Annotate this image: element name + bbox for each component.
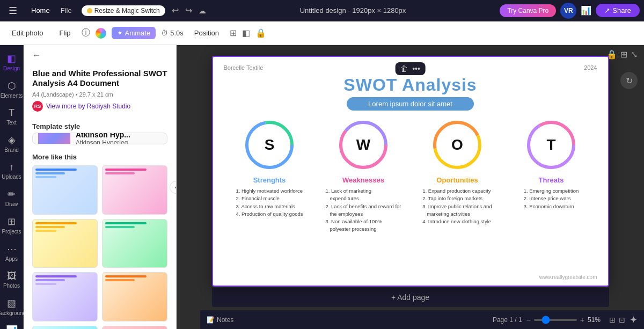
template-thumb-7[interactable] bbox=[32, 326, 98, 330]
add-page-button[interactable]: + Add page bbox=[212, 288, 609, 307]
template-thumb-2[interactable] bbox=[102, 165, 167, 215]
template-thumb-4[interactable] bbox=[102, 219, 167, 268]
zoom-controls: − + 51% bbox=[526, 316, 605, 324]
share-button[interactable]: ↗ Share bbox=[596, 4, 640, 17]
swot-o-circle[interactable]: O bbox=[430, 118, 484, 172]
design-canvas[interactable]: 🗑 ••• Borcelle Textile 2024 SWOT Analysi… bbox=[212, 56, 609, 287]
swot-o-letter: O bbox=[451, 136, 463, 153]
sidebar-item-brand[interactable]: ◈ Brand bbox=[1, 131, 23, 156]
zoom-in-button[interactable]: + bbox=[580, 316, 584, 324]
grid-view-icon[interactable]: ⊞ bbox=[609, 316, 616, 324]
swot-s-letter: S bbox=[265, 136, 275, 153]
notes-button[interactable]: 📝 Notes bbox=[207, 316, 233, 324]
left-panel: ◧ Design ⬡ Elements T Text ◈ Brand ↑ Upl… bbox=[0, 45, 24, 329]
info-icon[interactable]: ⓘ bbox=[82, 27, 90, 39]
undo-button[interactable]: ↩ bbox=[170, 4, 181, 17]
animate-button[interactable]: ✦ Animate bbox=[112, 27, 156, 39]
document-title: Untitled design - 1920px × 1280px bbox=[210, 6, 496, 14]
photos-label: Photos bbox=[3, 283, 20, 289]
trash-icon[interactable]: 🗑 bbox=[400, 64, 408, 73]
avatar[interactable]: VR bbox=[560, 3, 576, 19]
clock-icon: ⏱ bbox=[161, 29, 168, 37]
undo-redo-controls: ↩ ↪ bbox=[170, 4, 194, 17]
try-canva-pro-button[interactable]: Try Canva Pro bbox=[500, 4, 556, 17]
swot-t-list: 1. Emerging competition 2. Intense price… bbox=[519, 187, 583, 210]
template-title: Blue and White Professional SWOT Analysi… bbox=[32, 69, 167, 88]
page-indicator: Page 1 / 1 bbox=[493, 316, 522, 324]
background-icon: ▧ bbox=[7, 297, 16, 309]
sidebar-item-charts[interactable]: 📊 Charts bbox=[1, 321, 23, 329]
swot-s-list: 1. Highly motivated workforce 2. Financi… bbox=[231, 187, 307, 218]
duration-value: 5.0s bbox=[170, 29, 184, 37]
font-swatch bbox=[38, 133, 70, 144]
bottom-bar: 📝 Notes Page 1 / 1 − + 51% ⊞ ⊡ ✦ bbox=[200, 310, 644, 329]
template-size: A4 (Landscape) • 29.7 x 21 cm bbox=[32, 91, 167, 98]
canvas-main-title[interactable]: SWOT Analysis bbox=[213, 75, 608, 95]
template-thumb-3[interactable] bbox=[32, 219, 98, 268]
author-link[interactable]: View more by Radiyah Studio bbox=[46, 103, 130, 110]
swot-t-letter: T bbox=[546, 136, 555, 153]
more-options-icon[interactable]: ••• bbox=[412, 64, 420, 73]
view-mode-icons: ⊞ ⊡ bbox=[609, 316, 625, 324]
swot-t-circle[interactable]: T bbox=[524, 118, 578, 172]
photos-icon: 🖼 bbox=[7, 270, 17, 282]
home-menu-item[interactable]: Home bbox=[26, 4, 55, 17]
sidebar-item-photos[interactable]: 🖼 Photos bbox=[1, 267, 23, 292]
sidebar-item-projects[interactable]: ⊞ Projects bbox=[1, 213, 23, 238]
duration-control[interactable]: ⏱ 5.0s bbox=[161, 29, 184, 37]
sidebar-item-background[interactable]: ▧ Background bbox=[1, 294, 23, 319]
resize-magic-button[interactable]: Resize & Magic Switch bbox=[82, 5, 165, 16]
redo-button[interactable]: ↪ bbox=[183, 4, 194, 17]
flip-button[interactable]: Flip bbox=[54, 27, 76, 39]
animate-sparkle-icon: ✦ bbox=[117, 29, 123, 37]
expand-canvas-icon[interactable]: ⤡ bbox=[631, 49, 638, 60]
swot-s-category: Strenghts bbox=[253, 176, 286, 184]
zoom-out-button[interactable]: − bbox=[526, 316, 531, 324]
canvas-year: 2024 bbox=[584, 64, 597, 71]
charts-icon: 📊 bbox=[6, 325, 18, 329]
zoom-slider[interactable] bbox=[534, 319, 577, 321]
canvas-subtitle[interactable]: Lorem ipsum dolor sit amet bbox=[347, 97, 474, 111]
graph-icon[interactable]: 📊 bbox=[581, 5, 591, 16]
share-icon: ↗ bbox=[604, 6, 610, 14]
sidebar-item-uploads[interactable]: ↑ Uploads bbox=[1, 158, 23, 183]
swot-w-circle[interactable]: W bbox=[336, 118, 390, 172]
elements-label: Elements bbox=[1, 93, 23, 99]
sidebar-item-apps[interactable]: ⋯ Apps bbox=[1, 240, 23, 265]
secondary-toolbar: Edit photo Flip ⓘ ✦ Animate ⏱ 5.0s Posit… bbox=[0, 21, 644, 45]
swot-s-circle[interactable]: S bbox=[243, 118, 296, 172]
grid-canvas-icon[interactable]: ⊞ bbox=[620, 49, 627, 60]
template-preview[interactable]: Atkinson Hyp... Atkinson Hyperleg... bbox=[32, 133, 167, 144]
canvas-footer: www.reallygreatsite.com bbox=[529, 274, 608, 280]
swot-o-category: Oportunities bbox=[436, 176, 478, 184]
template-style-label: Template style bbox=[24, 118, 176, 133]
sidebar-item-elements[interactable]: ⬡ Elements bbox=[1, 77, 23, 102]
sidebar-item-design[interactable]: ◧ Design bbox=[1, 49, 23, 75]
crop-grid-icon[interactable]: ⊞ bbox=[230, 28, 237, 38]
back-button[interactable]: ← bbox=[32, 50, 41, 60]
template-thumb-1[interactable] bbox=[32, 165, 98, 215]
edit-photo-button[interactable]: Edit photo bbox=[6, 27, 49, 39]
color-picker-button[interactable] bbox=[96, 28, 106, 39]
canvas-title-section: SWOT Analysis Lorem ipsum dolor sit amet bbox=[213, 71, 608, 113]
position-button[interactable]: Position bbox=[189, 27, 224, 39]
swot-weaknesses: W Weaknesses 1. Lack of marketing expend… bbox=[317, 118, 411, 233]
sidebar-item-draw[interactable]: ✏ Draw bbox=[1, 185, 23, 210]
zoom-percentage: 51% bbox=[588, 316, 605, 324]
resize-magic-label: Resize & Magic Switch bbox=[94, 7, 160, 14]
sidebar-panel: ← Blue and White Professional SWOT Analy… bbox=[24, 45, 177, 329]
hamburger-menu[interactable]: ☰ bbox=[4, 3, 21, 19]
full-view-icon[interactable]: ⊡ bbox=[619, 316, 625, 324]
template-thumb-5[interactable] bbox=[32, 272, 98, 321]
lock-icon[interactable]: 🔒 bbox=[255, 28, 266, 38]
swot-threats: T Threats 1. Emerging competition 2. Int… bbox=[504, 118, 598, 210]
template-thumb-6[interactable] bbox=[102, 272, 167, 321]
magic-button[interactable]: ✦ bbox=[630, 314, 638, 326]
design-label: Design bbox=[3, 65, 20, 71]
refresh-button[interactable]: ↻ bbox=[620, 72, 638, 89]
sidebar-item-text[interactable]: T Text bbox=[1, 104, 23, 129]
uploads-label: Uploads bbox=[2, 174, 21, 180]
template-thumb-8[interactable] bbox=[102, 326, 167, 330]
filter-icon[interactable]: ◧ bbox=[242, 28, 250, 38]
file-menu-item[interactable]: File bbox=[55, 4, 77, 17]
